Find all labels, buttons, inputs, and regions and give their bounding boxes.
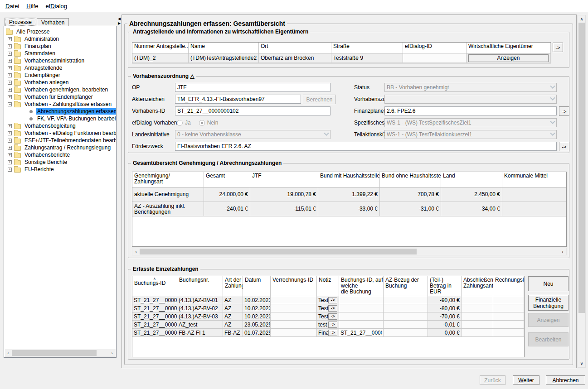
expand-plus-icon[interactable]: + — [8, 124, 12, 128]
expand-plus-icon[interactable]: + — [8, 73, 12, 77]
column-header-verrechnungs-id[interactable]: Verrechnungs-ID — [271, 276, 317, 296]
tree-item-endempf-nger[interactable]: +Endempfänger — [4, 72, 116, 79]
status-combobox[interactable]: BB - Vorhaben genehmigt — [384, 83, 557, 92]
column-header-bund-ohne-haushaltsstelle[interactable]: Bund ohne Haushaltsstelle — [380, 172, 441, 187]
scroll-down-icon[interactable]: ∨ — [578, 360, 585, 367]
column-header-gesamt[interactable]: Gesamt — [204, 172, 250, 187]
tree-item-alle-prozesse[interactable]: Alle Prozesse — [4, 28, 116, 35]
vorhabens-id-input[interactable]: ST_21_27__0000000102 — [175, 106, 330, 115]
column-header-rechnungslegung[interactable]: Rechnungslegung — [493, 276, 524, 296]
tree-item-vorhaben-anlegen[interactable]: +Vorhaben anlegen — [4, 79, 116, 86]
tree-item-finanzplan[interactable]: +Finanzplan — [4, 43, 116, 50]
column-header-notiz[interactable]: Notiz — [317, 276, 339, 296]
scroll-up-icon[interactable]: ∧ — [578, 15, 585, 23]
f-rderzweck-detail-button[interactable]: -> — [559, 142, 569, 151]
bearbeiten-button[interactable]: Bearbeiten — [528, 332, 569, 346]
tree-item-abrechnungszahlungen-erfassen[interactable]: Abrechnungszahlungen erfassen — [4, 108, 116, 115]
tree-item-vorhaben-zahlungsfl-sse-erfassen[interactable]: −Vorhaben - Zahlungsflüsse erfassen — [4, 101, 116, 108]
splitter[interactable]: ◀ ▶ — [117, 14, 121, 368]
expand-plus-icon[interactable]: + — [8, 59, 12, 63]
antragstellende-detail-button[interactable]: -> — [553, 43, 563, 52]
main-vertical-scrollbar[interactable]: ∧ ∨ — [578, 15, 586, 368]
column-header-jtf[interactable]: JTF — [250, 172, 318, 187]
expand-plus-icon[interactable]: + — [8, 146, 12, 150]
column-header-buchungsnr[interactable]: Buchungsnr. — [177, 276, 223, 296]
note-detail-button[interactable]: -> — [328, 322, 337, 328]
anzeigen-cell-button[interactable]: Anzeigen — [468, 54, 549, 62]
tree-item-fk-vf-vfa-buchungen-bearbeiten[interactable]: FK, VF, VFA-Buchungen bearbeiten — [4, 115, 116, 122]
radio-option-nein[interactable]: Nein — [199, 120, 219, 126]
table-row[interactable]: AZ - Auszahlung inkl. Berichtigungen-240… — [132, 202, 566, 216]
zur-ck-button[interactable]: Zurück — [480, 375, 505, 385]
tree-horizontal-scrollbar[interactable]: ‹ › — [5, 349, 116, 357]
column-header-art-der[interactable]: Art der Zahlung — [223, 276, 243, 296]
splitter-expand-icon[interactable]: ▶ — [117, 21, 121, 26]
column-header-bund-mit-haushaltsstelle[interactable]: Bund mit Haushaltsstelle — [318, 172, 380, 187]
column-header-efdialog-id[interactable]: efDialog-ID — [403, 43, 467, 53]
teilaktionsk-rzel-combobox[interactable]: WS-1 - (WS) TestTeilaktionkuerzel1 — [384, 130, 557, 139]
berechnen-button[interactable]: Berechnen — [303, 95, 336, 104]
landesinitiative-combobox[interactable]: 0 - keine Vorhabensklasse — [175, 130, 330, 139]
table-row[interactable]: ST_21_27__0000000(4.13.)AZ-BV-01AZ10.02.… — [132, 296, 524, 304]
column-header-datum[interactable]: Datum — [243, 276, 271, 296]
table-row[interactable]: ST_21_27__0000000AZ_testAZ23.05.2025test… — [132, 321, 524, 329]
tree-item-vorhabensadministration[interactable]: +Vorhabensadministration — [4, 57, 116, 64]
neu-button[interactable]: Neu — [528, 276, 569, 291]
expand-plus-icon[interactable]: + — [8, 44, 12, 48]
vorhabenszustand-combobox[interactable] — [384, 95, 557, 104]
tree-item-vorhabensberichte[interactable]: +Vorhabensberichte — [4, 151, 116, 158]
tree-item-vorhaben-efdialog-funktionen-bearbeiten[interactable]: +Vorhaben - efDialog Funktionen bearbeit… — [4, 130, 116, 137]
splitter-collapse-icon[interactable]: ◀ — [117, 17, 121, 21]
menu-item-efdialog[interactable]: efDialog — [42, 1, 71, 11]
column-header-name[interactable]: Name — [189, 43, 259, 53]
table-row[interactable]: (TDM)_2(TDM)TestAntragstellende2Oberharz… — [132, 53, 551, 63]
note-detail-button[interactable]: -> — [328, 297, 337, 303]
expand-plus-icon[interactable]: + — [8, 37, 12, 41]
note-detail-button[interactable]: -> — [328, 330, 337, 336]
menu-item-hilfe[interactable]: Hilfe — [23, 1, 42, 11]
column-header-buchungs-id-auf[interactable]: Buchungs-ID, auf welche die Buchung — [339, 276, 384, 296]
radio-option-ja[interactable]: Ja — [177, 120, 191, 126]
weiter-button[interactable]: Weiter — [513, 375, 539, 385]
table-row[interactable]: ST_21_27__0000000FB-AZ FI 1FB-AZ01.07.20… — [132, 329, 524, 337]
tree-item-eu-berichte[interactable]: +EU-Berichte — [4, 166, 116, 173]
expand-plus-icon[interactable]: + — [8, 66, 12, 70]
column-header-wirtschaftliche-eigent-mer[interactable]: Wirtschaftliche Eigentümer — [467, 43, 551, 53]
tree-item-administration[interactable]: +Administration — [4, 35, 116, 43]
column-header-stra-e[interactable]: Straße — [331, 43, 403, 53]
expand-plus-icon[interactable]: + — [8, 153, 12, 157]
column-header-ort[interactable]: Ort — [259, 43, 331, 53]
f-rderzweck-input[interactable]: FI-Basisvorhaben EFR 2.6. AZ — [175, 142, 557, 151]
note-detail-button[interactable]: -> — [328, 305, 337, 312]
tree-item-vorhaben-genehmigen-bearbeiten[interactable]: +Vorhaben genehmigen, bearbeiten — [4, 86, 116, 93]
abbrechen-button[interactable]: Abbrechen — [546, 375, 585, 385]
table-row[interactable]: ST_21_27__0000000(4.13.)AZ-BV-03AZ10.02.… — [132, 312, 524, 321]
scrollbar-thumb[interactable] — [12, 350, 97, 356]
table-horizontal-scrollbar[interactable]: ‹ › — [132, 248, 567, 255]
scrollbar-track[interactable] — [140, 248, 559, 255]
scroll-right-icon[interactable]: › — [108, 350, 116, 356]
finanzielle-berichtigung-button[interactable]: Finanzielle Berichtigung — [528, 295, 569, 311]
tree-item-antragstellende[interactable]: +Antragstellende — [4, 64, 116, 72]
scrollbar-thumb[interactable] — [578, 23, 585, 313]
op-input[interactable]: JTF — [175, 83, 330, 92]
scroll-left-icon[interactable]: ‹ — [5, 350, 12, 356]
column-header-genehmigung[interactable]: Genehmigung/ Zahlungsart — [132, 172, 204, 187]
tree-item-vorhaben-f-r-endempf-nger[interactable]: +Vorhaben für Endempfänger — [4, 93, 116, 101]
tree-item-vorhabensbegleitung[interactable]: +Vorhabensbegleitung — [4, 122, 116, 130]
anzeigen-button[interactable]: Anzeigen — [528, 313, 569, 327]
tree-item-sonstige-berichte[interactable]: +Sonstige Berichte — [4, 158, 116, 166]
column-header-teil[interactable]: (Teil-) Betrag in EUR — [428, 276, 462, 296]
column-header-az-bezug-der[interactable]: AZ-Bezug der Buchung — [384, 276, 428, 296]
tree-item-stammdaten[interactable]: +Stammdaten — [4, 50, 116, 57]
table-row[interactable]: aktuelle Genehmigung24.000,00 €19.000,78… — [132, 187, 566, 202]
menu-item-datei[interactable]: Datei — [2, 1, 23, 11]
expand-plus-icon[interactable]: + — [8, 52, 12, 56]
expand-plus-icon[interactable]: + — [8, 168, 12, 172]
note-detail-button[interactable]: -> — [328, 313, 337, 320]
tree-item-esf-jtf-teilnehmendendaten-bearbeiten[interactable]: +ESF+/JTF-Teilnehmendendaten bearbeiten — [4, 137, 116, 144]
aktenzeichen-input[interactable]: TM_EFR_4.13.-FI-Basisvorhaben97 — [175, 95, 301, 104]
column-header-abschlie-ender[interactable]: Abschließender Zahlungsantrag — [462, 276, 493, 296]
column-header-kommunale-mittel[interactable]: Kommunale Mittel — [502, 172, 566, 187]
expand-plus-icon[interactable]: + — [8, 95, 12, 99]
